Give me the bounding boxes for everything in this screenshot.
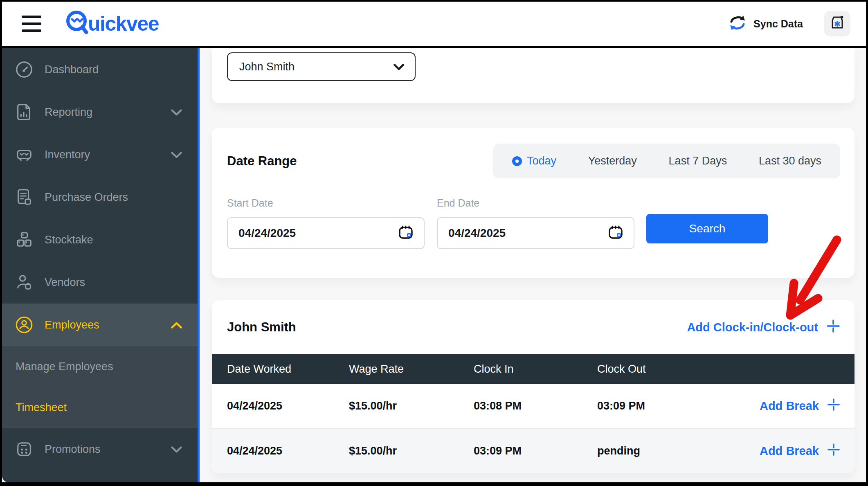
sidebar-item-reporting[interactable]: Reporting [2,91,198,133]
quickvee-wordmark: uickvee [88,12,159,36]
reporting-document-icon [14,102,34,122]
preset-label: Last 7 Days [669,155,727,167]
hamburger-menu-icon[interactable] [22,16,41,32]
cell-date-worked: 04/24/2025 [227,445,349,457]
table-row: 04/24/2025 $15.00/hr 03:08 PM 03:09 PM A… [212,384,855,428]
sync-icon [728,14,747,33]
search-button[interactable]: Search [646,214,768,243]
start-date-value: 04/24/2025 [238,227,296,240]
sub-item-label: Timesheet [16,401,67,414]
col-clock-in: Clock In [474,363,597,376]
plus-icon [827,443,840,459]
end-date-value: 04/24/2025 [448,227,506,240]
sidebar-item-label: Employees [45,319,99,331]
calendar-icon[interactable] [607,223,625,244]
employees-submenu: Manage Employees Timesheet [2,346,198,428]
sub-item-label: Manage Employees [16,360,113,373]
sidebar-item-inventory[interactable]: Inventory [2,133,198,176]
radio-selected-icon [512,156,522,166]
cell-clock-in: 03:09 PM [474,445,597,457]
employee-select-card: John Smith [212,48,855,103]
date-preset-group: Today Yesterday Last 7 Days Last 30 days [493,144,840,178]
sync-data-button[interactable]: Sync Data [728,14,803,33]
quickvee-q-icon [65,9,90,38]
top-bar: uickvee Sync Data [2,2,866,48]
quickvee-logo[interactable]: uickvee [65,9,159,38]
add-clock-in-out-label: Add Clock-in/Clock-out [687,321,818,334]
sidebar-item-label: Inventory [45,148,90,161]
promotions-icon [14,439,34,459]
sidebar-item-manage-employees[interactable]: Manage Employees [2,346,198,387]
sync-data-label: Sync Data [753,18,803,30]
sidebar-item-label: Promotions [45,443,101,456]
calendar-icon[interactable] [397,223,415,244]
sidebar-item-label: Vendors [45,276,85,289]
store-icon [829,15,846,33]
end-date-field: End Date 04/24/2025 [437,197,634,249]
employees-person-icon [14,315,34,335]
add-break-label: Add Break [760,399,819,413]
sidebar-item-label: Reporting [45,106,92,119]
end-date-input[interactable]: 04/24/2025 [437,217,634,249]
date-range-card: Date Range Today Yesterday Last 7 Days [212,128,855,278]
end-date-label: End Date [437,197,634,209]
cell-clock-in: 03:08 PM [474,400,597,412]
start-date-field: Start Date 04/24/2025 [227,197,425,249]
col-wage-rate: Wage Rate [349,363,474,376]
cell-wage-rate: $15.00/hr [349,445,474,457]
sidebar-item-promotions[interactable]: Promotions [2,428,198,470]
add-clock-in-out-link[interactable]: Add Clock-in/Clock-out [687,319,840,336]
date-range-title: Date Range [227,154,297,169]
main-content: John Smith Date Range Today [200,48,866,482]
preset-yesterday[interactable]: Yesterday [588,155,637,167]
preset-label: Today [527,155,556,167]
sidebar-item-dashboard[interactable]: Dashboard [2,48,198,91]
table-row: 04/24/2025 $15.00/hr 03:09 PM pending Ad… [212,428,855,473]
chevron-down-icon [394,61,404,73]
chevron-down-icon [171,148,182,161]
preset-today[interactable]: Today [512,155,556,167]
sidebar: Dashboard Reporting [2,48,200,482]
preset-label: Yesterday [588,155,637,167]
sidebar-item-employees[interactable]: Employees [2,304,198,346]
plus-icon [826,319,840,336]
sidebar-item-purchase-orders[interactable]: Purchase Orders [2,176,198,218]
chevron-up-icon [171,319,182,331]
cell-wage-rate: $15.00/hr [349,400,474,412]
add-break-link[interactable]: Add Break [760,443,840,459]
timesheet-card: John Smith Add Clock-in/Clock-out [212,300,855,473]
start-date-input[interactable]: 04/24/2025 [227,217,425,249]
sidebar-item-timesheet[interactable]: Timesheet [2,387,198,428]
stocktake-boxes-icon [14,230,34,250]
app-window: uickvee Sync Data [0,0,868,486]
timesheet-table-header: Date Worked Wage Rate Clock In Clock Out [212,354,855,384]
employee-select-value: John Smith [239,61,295,73]
page-body: Dashboard Reporting [2,48,866,482]
cell-clock-out: 03:09 PM [597,400,760,412]
timesheet-employee-name: John Smith [227,320,296,335]
sidebar-item-vendors[interactable]: Vendors [2,261,198,304]
sidebar-item-label: Dashboard [45,63,99,76]
sidebar-item-label: Stocktake [45,234,93,246]
start-date-label: Start Date [227,197,425,209]
cell-date-worked: 04/24/2025 [227,400,349,412]
employee-select[interactable]: John Smith [227,52,416,81]
col-clock-out: Clock Out [597,363,840,376]
col-date-worked: Date Worked [227,363,349,376]
inventory-crate-icon [14,145,34,164]
preset-label: Last 30 days [759,155,821,167]
cell-clock-out: pending [597,445,760,457]
add-break-link[interactable]: Add Break [760,398,840,414]
add-break-label: Add Break [760,444,819,458]
dashboard-gauge-icon [14,60,34,79]
purchase-orders-icon [14,187,34,207]
preset-last-30-days[interactable]: Last 30 days [759,155,821,167]
chevron-down-icon [171,443,182,456]
sidebar-item-label: Purchase Orders [45,191,128,204]
sidebar-item-stocktake[interactable]: Stocktake [2,218,198,261]
vendors-person-icon [14,272,34,292]
store-settings-button[interactable] [824,11,850,36]
plus-icon [827,398,840,414]
preset-last-7-days[interactable]: Last 7 Days [669,155,727,167]
chevron-down-icon [171,106,182,119]
